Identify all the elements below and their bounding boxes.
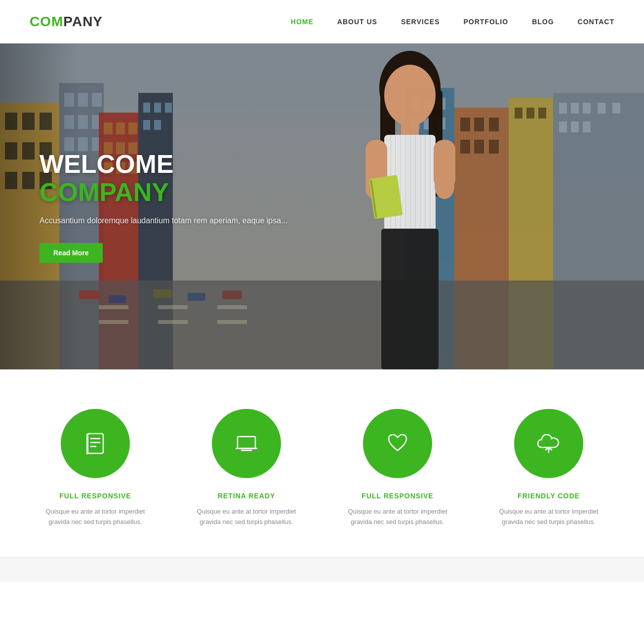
svg-rect-98 bbox=[443, 172, 449, 187]
feature-title-3: FULL RESPONSIVE bbox=[362, 492, 433, 500]
feature-item-2: RETINA READY Quisque eu ante at tortor i… bbox=[181, 409, 312, 527]
feature-desc-1: Quisque eu ante at tortor imperdiet grav… bbox=[41, 507, 150, 527]
header: COMPANY HOME ABOUT US SERVICES PORTFOLIO… bbox=[0, 0, 644, 43]
nav-contact[interactable]: CONTACT bbox=[578, 18, 614, 26]
svg-rect-91 bbox=[420, 135, 421, 234]
feature-desc-2: Quisque eu ante at tortor imperdiet grav… bbox=[192, 507, 301, 527]
hero-company: COMPANY bbox=[40, 178, 169, 206]
feature-title-4: FRIENDLY CODE bbox=[518, 492, 580, 500]
feature-item-3: FULL RESPONSIVE Quisque eu ante at torto… bbox=[332, 409, 463, 527]
svg-rect-93 bbox=[430, 135, 431, 234]
nav-blog[interactable]: BLOG bbox=[532, 18, 554, 26]
nav-about[interactable]: ABOUT US bbox=[337, 18, 377, 26]
svg-rect-94 bbox=[381, 229, 439, 369]
hero-section: WELCOME COMPANY Accusantium doloremque l… bbox=[0, 43, 644, 369]
laptop-icon bbox=[233, 430, 260, 457]
features-section: FULL RESPONSIVE Quisque eu ante at torto… bbox=[0, 369, 644, 557]
feature-icon-circle-3 bbox=[363, 409, 432, 478]
feature-item-4: FRIENDLY CODE Quisque eu ante at tortor … bbox=[483, 409, 614, 527]
feature-desc-3: Quisque eu ante at tortor imperdiet grav… bbox=[343, 507, 452, 527]
svg-rect-89 bbox=[410, 135, 411, 234]
nav-home[interactable]: HOME bbox=[291, 18, 314, 26]
feature-desc-4: Quisque eu ante at tortor imperdiet grav… bbox=[494, 507, 603, 527]
main-nav: HOME ABOUT US SERVICES PORTFOLIO BLOG CO… bbox=[291, 18, 614, 26]
svg-rect-87 bbox=[400, 135, 401, 234]
nav-services[interactable]: SERVICES bbox=[401, 18, 440, 26]
logo-prefix: COM bbox=[30, 14, 63, 29]
svg-rect-88 bbox=[405, 135, 406, 234]
feature-title-1: FULL RESPONSIVE bbox=[59, 492, 131, 500]
svg-rect-101 bbox=[87, 434, 103, 453]
svg-rect-90 bbox=[415, 135, 416, 234]
hero-subtitle: Accusantium doloremque laudantium totam … bbox=[40, 214, 296, 227]
svg-rect-106 bbox=[238, 437, 255, 448]
feature-title-2: RETINA READY bbox=[218, 492, 276, 500]
hero-welcome: WELCOME bbox=[40, 150, 174, 178]
hero-content: WELCOME COMPANY Accusantium doloremque l… bbox=[40, 150, 296, 263]
svg-rect-92 bbox=[425, 135, 426, 234]
hero-title: WELCOME COMPANY bbox=[40, 150, 296, 206]
features-grid: FULL RESPONSIVE Quisque eu ante at torto… bbox=[30, 409, 614, 527]
nav-portfolio[interactable]: PORTFOLIO bbox=[463, 18, 508, 26]
svg-point-83 bbox=[384, 65, 436, 126]
feature-icon-circle-1 bbox=[61, 409, 130, 478]
heart-icon bbox=[384, 430, 411, 457]
cloud-icon bbox=[535, 430, 563, 457]
logo-suffix: PANY bbox=[63, 14, 103, 29]
footer-bar bbox=[0, 557, 644, 582]
logo[interactable]: COMPANY bbox=[30, 14, 103, 30]
feature-item-1: FULL RESPONSIVE Quisque eu ante at torto… bbox=[30, 409, 161, 527]
book-icon bbox=[81, 430, 109, 457]
feature-icon-circle-4 bbox=[514, 409, 583, 478]
read-more-button[interactable]: Read More bbox=[40, 243, 103, 263]
feature-icon-circle-2 bbox=[212, 409, 281, 478]
